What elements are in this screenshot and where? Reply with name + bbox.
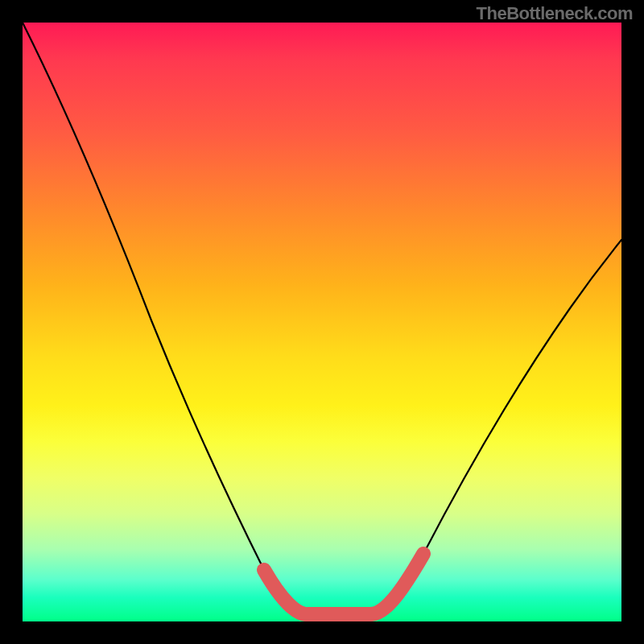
valley-highlight (264, 554, 423, 614)
watermark-text: TheBottleneck.com (477, 3, 633, 24)
bottleneck-curve (23, 23, 621, 614)
plot-area (23, 23, 621, 621)
curve-layer (23, 23, 621, 621)
chart-frame: TheBottleneck.com (0, 0, 644, 644)
